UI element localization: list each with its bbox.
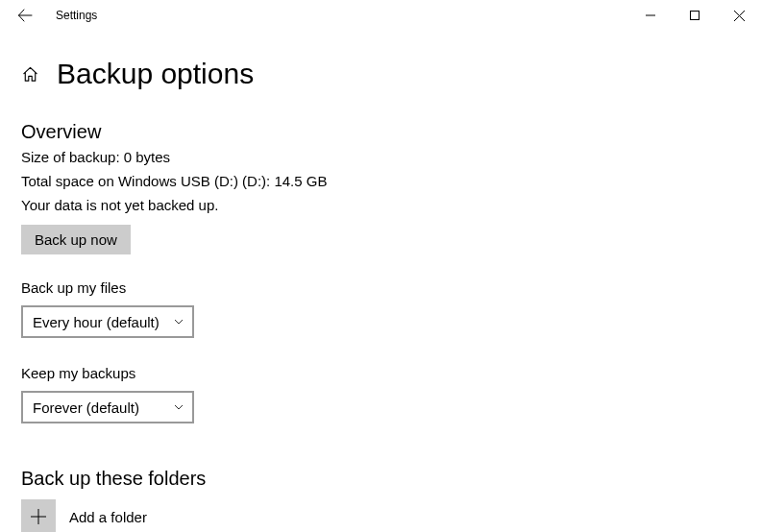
titlebar: Settings xyxy=(0,0,761,31)
frequency-dropdown[interactable]: Every hour (default) xyxy=(21,305,194,338)
home-button[interactable] xyxy=(21,65,39,84)
overview-heading: Overview xyxy=(21,121,740,143)
arrow-left-icon xyxy=(17,8,33,23)
total-space-line: Total space on Windows USB (D:) (D:): 14… xyxy=(21,173,740,189)
frequency-selected: Every hour (default) xyxy=(33,314,160,330)
minimize-icon xyxy=(646,11,655,20)
titlebar-left: Settings xyxy=(0,0,97,31)
plus-icon xyxy=(29,507,48,526)
maximize-icon xyxy=(690,11,700,20)
minimize-button[interactable] xyxy=(628,0,673,31)
add-folder-button[interactable]: Add a folder xyxy=(21,499,740,532)
add-folder-label: Add a folder xyxy=(69,509,147,525)
page-title: Backup options xyxy=(57,58,254,90)
retention-selected: Forever (default) xyxy=(33,399,139,416)
plus-tile xyxy=(21,499,56,532)
frequency-label: Back up my files xyxy=(21,279,740,296)
chevron-down-icon xyxy=(173,401,184,413)
retention-label: Keep my backups xyxy=(21,365,740,381)
maximize-button[interactable] xyxy=(673,0,717,31)
content: Backup options Overview Size of backup: … xyxy=(0,58,761,532)
app-title: Settings xyxy=(42,9,97,22)
backup-now-button[interactable]: Back up now xyxy=(21,225,131,254)
close-icon xyxy=(734,11,745,21)
page-header: Backup options xyxy=(21,58,740,90)
chevron-down-icon xyxy=(173,316,184,327)
folders-heading: Back up these folders xyxy=(21,468,740,490)
back-button[interactable] xyxy=(8,0,42,31)
home-icon xyxy=(21,65,39,84)
svg-rect-1 xyxy=(691,12,700,20)
backup-size-line: Size of backup: 0 bytes xyxy=(21,149,740,165)
retention-dropdown[interactable]: Forever (default) xyxy=(21,391,194,423)
close-button[interactable] xyxy=(717,0,761,31)
backup-status-line: Your data is not yet backed up. xyxy=(21,197,740,213)
